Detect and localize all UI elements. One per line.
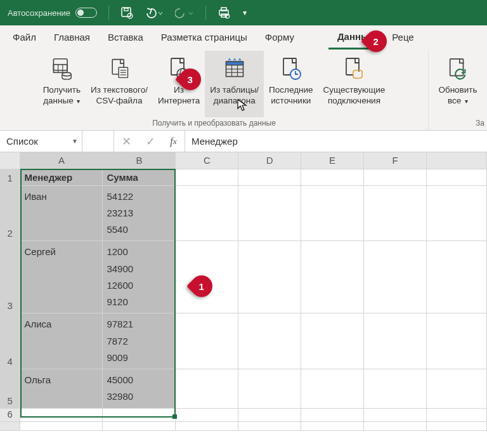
- cell[interactable]: [426, 369, 486, 409]
- col-header-d[interactable]: D: [238, 152, 301, 169]
- tab-formulas[interactable]: Форму: [256, 25, 303, 49]
- cell[interactable]: [176, 169, 238, 185]
- autosave-toggle[interactable]: Автосохранение: [8, 8, 97, 18]
- cell[interactable]: [364, 313, 427, 369]
- cell[interactable]: [426, 241, 486, 313]
- from-csv-button[interactable]: Из текстового/ CSV-файла: [86, 51, 153, 117]
- refresh-all-button[interactable]: Обновить все ▾: [433, 51, 482, 117]
- autosave-label: Автосохранение: [8, 8, 70, 18]
- cell[interactable]: [176, 185, 238, 241]
- cell[interactable]: [176, 369, 238, 409]
- print-icon[interactable]: [218, 6, 231, 19]
- row-header[interactable]: 4: [0, 313, 20, 369]
- cell-b4[interactable]: 97821 7872 9009: [103, 313, 176, 369]
- cell[interactable]: [364, 369, 427, 409]
- col-header-e[interactable]: E: [301, 152, 364, 169]
- cell[interactable]: [301, 241, 364, 313]
- cell[interactable]: [364, 408, 427, 421]
- tab-review[interactable]: Реце: [383, 25, 422, 49]
- svg-rect-22: [226, 62, 243, 65]
- cell-b2[interactable]: 54122 23213 5540: [103, 185, 176, 241]
- cell-b3[interactable]: 1200 34900 12600 9120: [103, 241, 176, 313]
- tab-insert[interactable]: Вставка: [99, 25, 152, 49]
- col-header-f[interactable]: F: [364, 152, 427, 169]
- tab-file[interactable]: Файл: [4, 25, 45, 49]
- svg-rect-4: [221, 8, 226, 11]
- fx-icon[interactable]: fx: [162, 131, 185, 152]
- tab-page-layout[interactable]: Разметка страницы: [152, 25, 256, 49]
- ribbon-body: Получить данные ▾ Из текстового/ CSV-фай…: [0, 49, 487, 131]
- svg-point-11: [62, 72, 71, 76]
- cell[interactable]: [426, 313, 486, 369]
- svg-rect-1: [124, 8, 128, 11]
- cell[interactable]: [426, 169, 486, 185]
- cell-a1[interactable]: Менеджер: [20, 169, 103, 185]
- connections-icon: [342, 53, 365, 84]
- cancel-icon[interactable]: ✕: [114, 131, 138, 152]
- cell[interactable]: [301, 421, 364, 430]
- col-header-b[interactable]: B: [103, 152, 176, 169]
- redo-icon[interactable]: [175, 7, 194, 18]
- cell[interactable]: [238, 185, 301, 241]
- cell[interactable]: [364, 421, 427, 430]
- cell[interactable]: [301, 313, 364, 369]
- from-csv-label: Из текстового/ CSV-файла: [91, 85, 148, 107]
- cell-a4[interactable]: Алиса: [20, 313, 103, 369]
- chevron-down-icon[interactable]: ▼: [72, 138, 78, 145]
- cell-a2[interactable]: Иван: [20, 185, 103, 241]
- cell[interactable]: [238, 313, 301, 369]
- row-header[interactable]: 1: [0, 169, 20, 185]
- cell[interactable]: [20, 408, 103, 421]
- cell[interactable]: [364, 185, 427, 241]
- tab-home[interactable]: Главная: [45, 25, 99, 49]
- cell[interactable]: [301, 169, 364, 185]
- col-header-g[interactable]: [426, 152, 486, 169]
- cell[interactable]: [426, 421, 486, 430]
- undo-icon[interactable]: [145, 7, 164, 18]
- cell-b1[interactable]: Сумма: [103, 169, 176, 185]
- from-table-button[interactable]: Из таблицы/ диапазона: [205, 51, 264, 117]
- cell-a5[interactable]: Ольга: [20, 369, 103, 409]
- col-header-a[interactable]: A: [20, 152, 103, 169]
- cell[interactable]: [301, 369, 364, 409]
- cell-b5[interactable]: 45000 32980: [103, 369, 176, 409]
- confirm-icon[interactable]: ✓: [138, 131, 162, 152]
- cell[interactable]: [301, 408, 364, 421]
- cell[interactable]: [364, 241, 427, 313]
- existing-connections-button[interactable]: Существующие подключения: [318, 51, 391, 117]
- cell[interactable]: [238, 169, 301, 185]
- cell[interactable]: [238, 408, 301, 421]
- cell[interactable]: [103, 421, 176, 430]
- cell-a3[interactable]: Сергей: [20, 241, 103, 313]
- cell[interactable]: [103, 408, 176, 421]
- svg-rect-31: [450, 59, 464, 76]
- refresh-all-label: Обновить все: [438, 85, 477, 105]
- cell[interactable]: [238, 241, 301, 313]
- name-box[interactable]: Список ▼: [0, 131, 82, 152]
- recent-sources-button[interactable]: Последние источники: [264, 51, 318, 117]
- row-header[interactable]: [0, 421, 20, 430]
- row-header[interactable]: 6: [0, 408, 20, 421]
- row-header[interactable]: 3: [0, 241, 20, 313]
- get-data-button[interactable]: Получить данные ▾: [38, 51, 86, 117]
- qat-more-icon[interactable]: ▾: [243, 9, 247, 16]
- col-header-c[interactable]: C: [176, 152, 238, 169]
- spreadsheet-grid[interactable]: A B C D E F 1 Менеджер Сумма 2 Иван 5412…: [0, 152, 487, 431]
- formula-input[interactable]: Менеджер: [185, 131, 487, 152]
- select-all-corner[interactable]: [0, 152, 20, 169]
- cell[interactable]: [364, 169, 427, 185]
- cell[interactable]: [176, 408, 238, 421]
- save-icon[interactable]: [120, 6, 133, 19]
- cell[interactable]: [238, 421, 301, 430]
- cell[interactable]: [301, 185, 364, 241]
- cell[interactable]: [426, 185, 486, 241]
- toggle-switch[interactable]: [75, 8, 97, 18]
- formula-value: Менеджер: [192, 136, 238, 147]
- cell[interactable]: [20, 421, 103, 430]
- cell[interactable]: [238, 369, 301, 409]
- cell[interactable]: [176, 313, 238, 369]
- row-header[interactable]: 5: [0, 369, 20, 409]
- cell[interactable]: [176, 421, 238, 430]
- cell[interactable]: [426, 408, 486, 421]
- row-header[interactable]: 2: [0, 185, 20, 241]
